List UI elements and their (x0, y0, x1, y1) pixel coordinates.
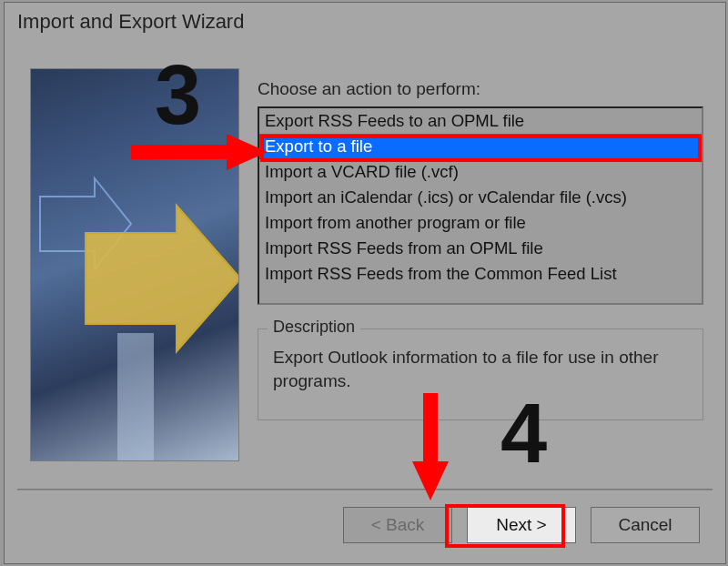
action-prompt-label: Choose an action to perform: (258, 79, 703, 99)
wizard-right-column: Choose an action to perform: Export RSS … (258, 68, 703, 461)
back-button: < Back (343, 507, 452, 543)
cancel-button[interactable]: Cancel (591, 507, 700, 543)
action-list-item[interactable]: Import RSS Feeds from an OPML file (259, 236, 702, 261)
description-group: Description Export Outlook information t… (258, 328, 703, 420)
actions-listbox[interactable]: Export RSS Feeds to an OPML fileExport t… (258, 106, 703, 305)
description-text: Export Outlook information to a file for… (273, 346, 688, 392)
button-divider (17, 489, 713, 490)
action-list-item[interactable]: Import an iCalendar (.ics) or vCalendar … (259, 185, 702, 210)
wizard-side-image (30, 68, 239, 461)
action-list-item[interactable]: Export RSS Feeds to an OPML file (259, 108, 702, 134)
dialog-content: Choose an action to perform: Export RSS … (5, 41, 725, 461)
dialog-title: Import and Export Wizard (5, 3, 725, 41)
action-list-item[interactable]: Export to a file (259, 134, 702, 159)
svg-rect-3 (117, 333, 154, 461)
action-list-item[interactable]: Import RSS Feeds from the Common Feed Li… (259, 261, 702, 287)
action-list-item[interactable]: Import a VCARD file (.vcf) (259, 159, 702, 185)
action-list-item[interactable]: Import from another program or file (259, 210, 702, 236)
svg-marker-1 (86, 206, 239, 351)
next-button[interactable]: Next > (467, 507, 576, 543)
import-export-wizard-dialog: Import and Export Wizard Choose an actio… (4, 2, 726, 564)
description-legend: Description (268, 318, 360, 337)
wizard-button-row: < Back Next > Cancel (343, 507, 700, 543)
